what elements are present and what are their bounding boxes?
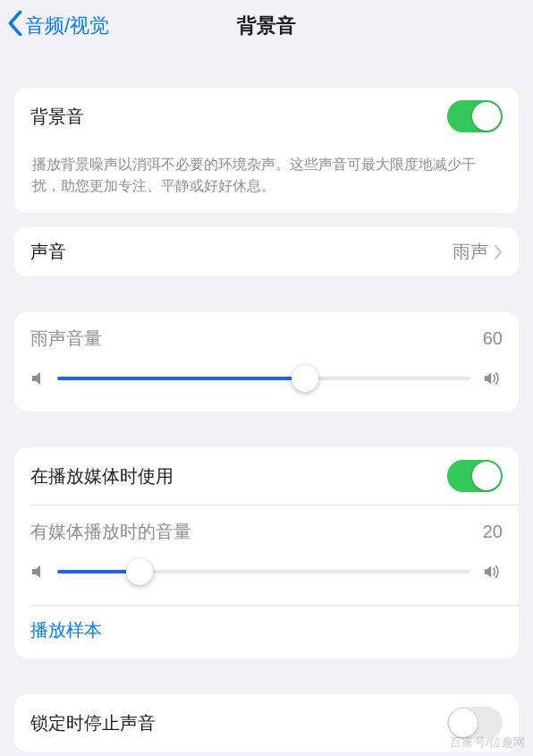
lock-toggle[interactable] xyxy=(447,707,503,739)
media-volume-label: 有媒体播放时的音量 xyxy=(30,520,191,544)
master-description: 播放背景噪声以消弭不必要的环境杂声。这些声音可最大限度地减少干扰，助您更加专注、… xyxy=(14,145,519,213)
lock-label: 锁定时停止声音 xyxy=(30,711,447,735)
volume-min-icon xyxy=(30,370,45,387)
volume-label: 雨声音量 xyxy=(30,327,102,351)
volume-max-icon xyxy=(483,562,503,582)
volume-min-icon xyxy=(30,563,45,581)
volume-slider[interactable] xyxy=(57,365,470,392)
play-sample-label: 播放样本 xyxy=(30,620,102,640)
section-sound: 声音 雨声 xyxy=(14,227,519,276)
media-volume-value: 20 xyxy=(483,522,503,542)
back-button[interactable]: 音频/视觉 xyxy=(7,11,109,41)
slider-thumb[interactable] xyxy=(126,558,153,585)
play-sample-button[interactable]: 播放样本 xyxy=(14,606,519,658)
row-media-use: 在播放媒体时使用 xyxy=(14,447,519,505)
row-lock-stop: 锁定时停止声音 xyxy=(14,694,519,752)
master-toggle[interactable] xyxy=(447,100,503,132)
slider-fill xyxy=(57,377,305,380)
back-label: 音频/视觉 xyxy=(25,13,109,39)
lock-description: 启用时，背景音在 iPad 锁定时将会停止。 xyxy=(0,752,533,756)
chevron-left-icon xyxy=(7,11,23,41)
volume-block: 雨声音量 60 xyxy=(14,312,519,412)
chevron-right-icon xyxy=(494,245,503,259)
volume-header: 雨声音量 60 xyxy=(30,327,503,351)
toggle-knob xyxy=(449,709,478,737)
nav-bar: 音频/视觉 背景音 xyxy=(0,0,533,52)
media-volume-block: 有媒体播放时的音量 20 xyxy=(14,505,519,605)
media-use-toggle[interactable] xyxy=(447,460,503,492)
media-slider-row xyxy=(30,558,503,585)
toggle-knob xyxy=(472,462,501,490)
row-master-toggle: 背景音 xyxy=(14,88,519,145)
sound-label: 声音 xyxy=(30,240,453,264)
section-media: 在播放媒体时使用 有媒体播放时的音量 20 播放样本 xyxy=(14,447,519,658)
volume-max-icon xyxy=(483,369,503,388)
sound-value: 雨声 xyxy=(453,240,488,264)
media-use-label: 在播放媒体时使用 xyxy=(30,464,447,488)
master-label: 背景音 xyxy=(30,105,447,129)
slider-thumb[interactable] xyxy=(292,365,318,392)
volume-slider-row xyxy=(30,365,503,392)
row-sound[interactable]: 声音 雨声 xyxy=(14,227,519,276)
section-lock: 锁定时停止声音 xyxy=(14,694,519,752)
toggle-knob xyxy=(472,102,501,131)
volume-value: 60 xyxy=(483,328,503,349)
media-volume-header: 有媒体播放时的音量 20 xyxy=(30,520,503,544)
section-volume: 雨声音量 60 xyxy=(14,312,519,412)
section-master: 背景音 播放背景噪声以消弭不必要的环境杂声。这些声音可最大限度地减少干扰，助您更… xyxy=(14,88,519,213)
media-volume-slider[interactable] xyxy=(57,558,470,585)
